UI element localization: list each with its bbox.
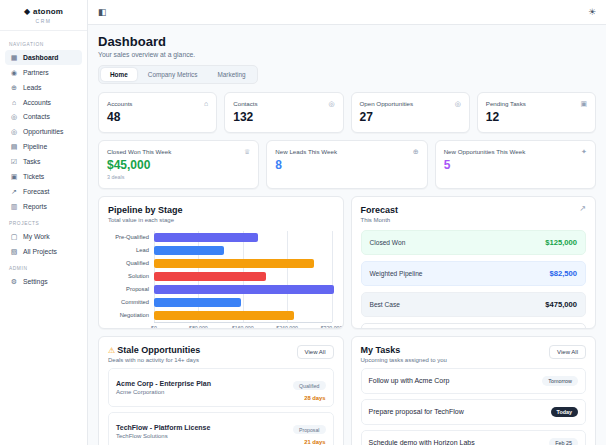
sidebar-item-opportunities[interactable]: ◎Opportunities (5, 124, 82, 139)
sidebar-item-accounts[interactable]: ⌂Accounts (5, 95, 82, 109)
page-subtitle: Your sales overview at a glance. (98, 51, 596, 58)
stat-card-open-opportunities[interactable]: Open Opportunities◎27 (351, 92, 470, 133)
sidebar-item-label: All Projects (23, 248, 57, 255)
building-icon: ⌂ (10, 99, 18, 106)
tab-home[interactable]: Home (101, 68, 137, 81)
weekly-label: New Opportunities This Week (444, 148, 526, 155)
stage-badge: Proposal (293, 425, 325, 434)
chart-row: Solution (108, 270, 334, 283)
forecast-card: Forecast This Month ↗ Closed Won$125,000… (351, 196, 597, 329)
tab-company-metrics[interactable]: Company Metrics (139, 68, 207, 81)
chart-category-label: Pre-Qualified (108, 234, 154, 240)
chart-bar-committed[interactable] (154, 298, 241, 307)
chart-subtitle: Total value in each stage (108, 217, 183, 223)
stale-title: Stale Opportunities (117, 345, 200, 355)
sidebar-item-partners[interactable]: ◉Partners (5, 65, 82, 80)
users-icon: ◎ (328, 100, 334, 107)
task-title: Schedule demo with Horizon Labs (369, 439, 475, 445)
main-column: ◧ ☀ Dashboard Your sales overview at a g… (88, 0, 606, 445)
sidebar-item-pipeline[interactable]: ▤Pipeline (5, 139, 82, 154)
chart-bar-pre-qualified[interactable] (154, 233, 258, 242)
nav-section-label: Navigation (9, 42, 78, 47)
tasks-view-all-button[interactable]: View All (549, 345, 586, 359)
forecast-row-weighted-pipeline: Weighted Pipeline$82,500 (361, 261, 587, 286)
ticket-icon: ▣ (10, 173, 18, 181)
sidebar-item-my-work[interactable]: ▢My Work (5, 229, 82, 244)
chart-category-label: Lead (108, 247, 154, 253)
forecast-row-closed-won: Closed Won$125,000 (361, 230, 587, 255)
stat-value: 48 (107, 110, 208, 124)
opportunity-name: TechFlow - Platform License (116, 424, 210, 431)
trophy-icon: ♕ (244, 148, 250, 155)
chart-bar-proposal[interactable] (154, 285, 334, 294)
chart-row: Proposal (108, 283, 334, 296)
tab-marketing[interactable]: Marketing (208, 68, 254, 81)
chart-bar-qualified[interactable] (154, 259, 314, 268)
sidebar-nav: Navigation▦Dashboard◉Partners⊕Leads⌂Acco… (0, 31, 87, 293)
stat-label: Accounts (107, 100, 132, 107)
sidebar-item-label: Reports (23, 203, 47, 210)
task-row[interactable]: Schedule demo with Horizon LabsFeb 25 (361, 430, 587, 445)
forecast-title: Forecast (361, 205, 399, 215)
chart-bar-negotiation[interactable] (154, 311, 294, 320)
chart-bar-solution[interactable] (154, 272, 266, 281)
weekly-card-new-opportunities-this-week[interactable]: New Opportunities This Week✦5 (435, 140, 596, 189)
forecast-row-label: Best Case (370, 301, 400, 308)
forecast-row-value: $82,500 (550, 269, 577, 278)
sidebar-item-leads[interactable]: ⊕Leads (5, 80, 82, 95)
stat-card-accounts[interactable]: Accounts⌂48 (98, 92, 217, 133)
sparkles-icon: ✦ (581, 148, 587, 155)
stale-opportunity-row[interactable]: Acme Corp - Enterprise PlanAcme Corporat… (108, 368, 334, 407)
opportunity-name: Acme Corp - Enterprise Plan (116, 380, 211, 387)
x-tick-label: $320,000 (321, 325, 343, 330)
forecast-row-target: Target$200,000 (361, 323, 587, 330)
sidebar-item-tasks[interactable]: ☑Tasks (5, 154, 82, 169)
sidebar-item-dashboard[interactable]: ▦Dashboard (5, 50, 82, 65)
report-icon: ▥ (10, 203, 18, 211)
nav-section-label: Projects (9, 221, 78, 226)
stat-card-pending-tasks[interactable]: Pending Tasks▣12 (477, 92, 596, 133)
chart-bar-lead[interactable] (154, 246, 224, 255)
task-row[interactable]: Prepare proposal for TechFlowToday (361, 399, 587, 425)
target-icon: ◎ (10, 128, 18, 136)
stat-card-contacts[interactable]: Contacts◎132 (224, 92, 343, 133)
chart-category-label: Solution (108, 273, 154, 279)
sidebar-item-contacts[interactable]: ◎Contacts (5, 109, 82, 124)
chart-category-label: Qualified (108, 260, 154, 266)
app-window: ◆ atonom CRM Navigation▦Dashboard◉Partne… (0, 0, 606, 445)
forecast-row-best-case: Best Case$475,000 (361, 292, 587, 317)
users-icon: ◎ (10, 113, 18, 121)
task-due-badge: Today (551, 407, 578, 417)
task-row[interactable]: Follow up with Acme CorpTomorrow (361, 368, 587, 394)
sidebar-item-settings[interactable]: ⚙Settings (5, 274, 82, 289)
trending-up-icon: ↗ (579, 205, 586, 213)
weekly-card-closed-won-this-week[interactable]: Closed Won This Week♕$45,0003 deals (98, 140, 259, 189)
sidebar-item-tickets[interactable]: ▣Tickets (5, 169, 82, 184)
stat-label: Open Opportunities (360, 100, 414, 107)
chart-row: Lead (108, 244, 334, 257)
sidebar-item-forecast[interactable]: ↗Forecast (5, 184, 82, 199)
brand: ◆ atonom CRM (0, 0, 87, 31)
sidebar-item-label: Dashboard (23, 54, 59, 61)
check-square-icon: ☑ (10, 158, 18, 166)
task-title: Prepare proposal for TechFlow (369, 408, 464, 415)
task-list: Follow up with Acme CorpTomorrowPrepare … (361, 368, 587, 445)
weekly-card-new-leads-this-week[interactable]: New Leads This Week⊕8 (266, 140, 427, 189)
dashboard-tabs: HomeCompany MetricsMarketing (98, 65, 258, 84)
chart-category-label: Negotiation (108, 312, 154, 318)
sidebar-item-reports[interactable]: ▥Reports (5, 199, 82, 214)
stale-view-all-button[interactable]: View All (297, 345, 334, 359)
dashboard-content: Dashboard Your sales overview at a glanc… (88, 25, 606, 445)
middle-row: Pipeline by Stage Total value in each st… (98, 196, 596, 329)
handshake-icon: ◉ (10, 69, 18, 77)
x-tick-label: $0 (151, 325, 157, 330)
clipboard-check-icon: ▣ (580, 100, 587, 107)
tasks-title: My Tasks (361, 345, 447, 355)
sidebar-item-all-projects[interactable]: ▧All Projects (5, 244, 82, 259)
chart-category-label: Proposal (108, 286, 154, 292)
theme-toggle-sun-icon[interactable]: ☀ (588, 8, 596, 17)
stale-opportunity-row[interactable]: TechFlow - Platform LicenseTechFlow Solu… (108, 412, 334, 445)
sidebar-toggle-icon[interactable]: ◧ (98, 8, 107, 17)
forecast-subtitle: This Month (361, 217, 399, 223)
chart-row: Qualified (108, 257, 334, 270)
